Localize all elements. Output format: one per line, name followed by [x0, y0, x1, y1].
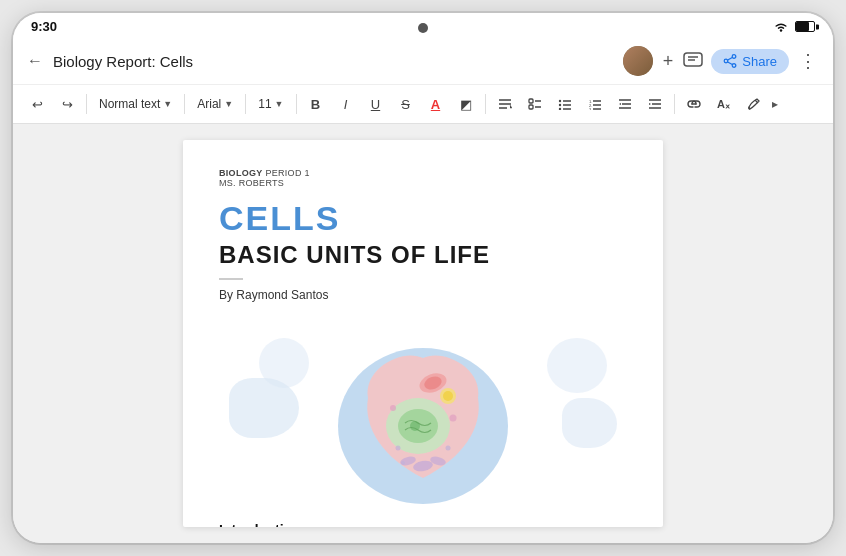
- font-size-arrow-icon: ▼: [275, 99, 284, 109]
- meta-line-2: MS. ROBERTS: [219, 178, 627, 188]
- svg-rect-13: [529, 105, 533, 109]
- text-style-dropdown[interactable]: Normal text ▼: [92, 94, 179, 114]
- underline-button[interactable]: U: [362, 90, 390, 118]
- checklist-icon: [528, 98, 542, 110]
- heading-divider: [219, 278, 243, 280]
- toolbar-separator-3: [245, 94, 246, 114]
- font-arrow-icon: ▼: [224, 99, 233, 109]
- svg-line-6: [728, 57, 733, 60]
- link-button[interactable]: [680, 90, 708, 118]
- text-style-label: Normal text: [99, 97, 160, 111]
- share-button[interactable]: Share: [711, 49, 789, 74]
- svg-point-19: [558, 108, 560, 110]
- redo-button[interactable]: ↪: [53, 90, 81, 118]
- document-meta: BIOLOGY PERIOD 1 MS. ROBERTS: [219, 168, 627, 188]
- bold-button[interactable]: B: [302, 90, 330, 118]
- bold-label: B: [311, 97, 320, 112]
- indent-less-icon: [618, 98, 632, 110]
- toolbar-separator-5: [485, 94, 486, 114]
- author-line: By Raymond Santos: [219, 288, 627, 302]
- share-label: Share: [742, 54, 777, 69]
- cells-heading: CELLS: [219, 200, 627, 237]
- font-label: Arial: [197, 97, 221, 111]
- battery-fill: [796, 22, 809, 31]
- text-style-arrow-icon: ▼: [163, 99, 172, 109]
- share-icon: [723, 54, 737, 68]
- back-arrow-icon: ←: [27, 52, 43, 70]
- svg-point-41: [390, 405, 396, 411]
- highlight-label: ◩: [460, 97, 472, 112]
- checklist-button[interactable]: [521, 90, 549, 118]
- document-page: BIOLOGY PERIOD 1 MS. ROBERTS CELLS BASIC…: [183, 140, 663, 527]
- svg-point-50: [443, 391, 453, 401]
- cell-illustration: [323, 318, 523, 508]
- svg-point-43: [396, 446, 401, 451]
- toolbar: ↩ ↪ Normal text ▼ Arial ▼ 11 ▼ B I U S: [13, 85, 833, 124]
- blob-decoration-4: [562, 398, 617, 448]
- more-button[interactable]: ⋮: [797, 48, 819, 74]
- svg-point-38: [410, 421, 420, 431]
- meta-subject: BIOLOGY: [219, 168, 263, 178]
- svg-text:3.: 3.: [589, 107, 592, 111]
- font-color-button[interactable]: A: [422, 90, 450, 118]
- svg-point-42: [450, 415, 457, 422]
- title-bar: ← Biology Report: Cells +: [13, 38, 833, 85]
- subtitle-heading: BASIC UNITS OF LIFE: [219, 241, 627, 270]
- svg-point-4: [724, 59, 728, 63]
- clear-format-button[interactable]: Aₓ: [710, 90, 738, 118]
- add-person-button[interactable]: +: [661, 49, 676, 74]
- blob-decoration-2: [259, 338, 309, 388]
- font-size-label: 11: [258, 97, 271, 111]
- align-button[interactable]: [491, 90, 519, 118]
- chat-icon[interactable]: [683, 52, 703, 70]
- meta-period: PERIOD 1: [263, 168, 310, 178]
- toolbar-separator-4: [296, 94, 297, 114]
- svg-rect-11: [529, 99, 533, 103]
- numbered-list-icon: 1. 2. 3.: [588, 98, 602, 110]
- illustration-area: [219, 318, 627, 508]
- avatar-image: [623, 46, 653, 76]
- undo-button[interactable]: ↩: [23, 90, 51, 118]
- italic-button[interactable]: I: [332, 90, 360, 118]
- title-actions: + Share ⋮: [623, 46, 819, 76]
- font-dropdown[interactable]: Arial ▼: [190, 94, 240, 114]
- numbered-list-button[interactable]: 1. 2. 3.: [581, 90, 609, 118]
- svg-line-7: [728, 62, 733, 65]
- indent-less-button[interactable]: [611, 90, 639, 118]
- introduction-section: Introduction Cells are the building bloc…: [219, 522, 627, 527]
- document-area: BIOLOGY PERIOD 1 MS. ROBERTS CELLS BASIC…: [13, 124, 833, 543]
- svg-point-17: [558, 104, 560, 106]
- font-color-label: A: [431, 97, 440, 112]
- toolbar-separator-1: [86, 94, 87, 114]
- strikethrough-button[interactable]: S: [392, 90, 420, 118]
- meta-line-1: BIOLOGY PERIOD 1: [219, 168, 627, 178]
- status-time: 9:30: [31, 19, 57, 34]
- back-button[interactable]: ←: [27, 52, 43, 70]
- bullet-list-button[interactable]: [551, 90, 579, 118]
- svg-point-3: [732, 55, 736, 59]
- align-icon: [498, 98, 512, 110]
- status-icons: [773, 21, 815, 33]
- document-title: Biology Report: Cells: [53, 53, 613, 70]
- svg-point-5: [732, 64, 736, 68]
- bullet-list-icon: [558, 98, 572, 110]
- paint-format-button[interactable]: [740, 90, 768, 118]
- toolbar-more-arrow[interactable]: ▸: [772, 97, 778, 111]
- tablet-frame: 9:30 ← Biology Report: Cells +: [13, 13, 833, 543]
- highlight-button[interactable]: ◩: [452, 90, 480, 118]
- underline-label: U: [371, 97, 380, 112]
- clear-format-label: Aₓ: [717, 98, 730, 111]
- toolbar-separator-6: [674, 94, 675, 114]
- camera-notch: [418, 23, 428, 33]
- toolbar-separator-2: [184, 94, 185, 114]
- strikethrough-label: S: [401, 97, 410, 112]
- svg-point-15: [558, 100, 560, 102]
- indent-more-button[interactable]: [641, 90, 669, 118]
- battery-icon: [795, 21, 815, 32]
- font-size-dropdown[interactable]: 11 ▼: [251, 94, 290, 114]
- paint-icon: [747, 97, 761, 111]
- user-avatar[interactable]: [623, 46, 653, 76]
- wifi-icon: [773, 21, 789, 33]
- blob-decoration-3: [547, 338, 607, 393]
- italic-label: I: [344, 97, 348, 112]
